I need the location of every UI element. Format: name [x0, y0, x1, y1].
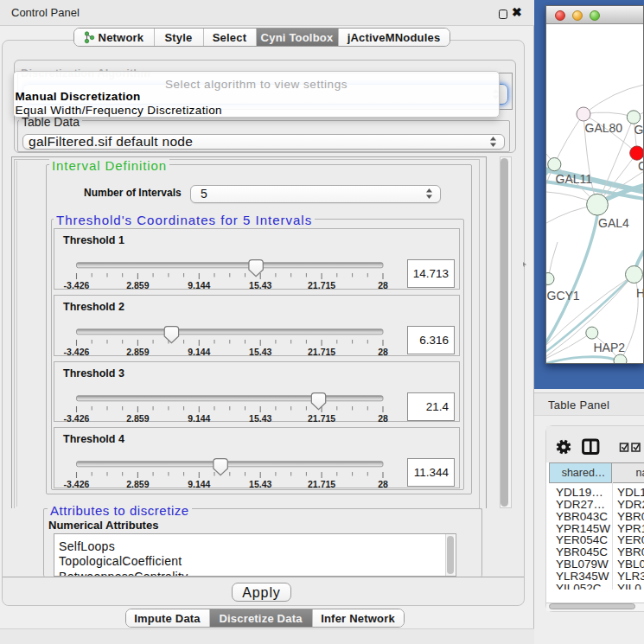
svg-text:-3.426: -3.426: [63, 347, 89, 355]
svg-text:21.715: 21.715: [308, 412, 335, 421]
svg-text:2.859: 2.859: [126, 479, 149, 488]
svg-text:C: C: [638, 159, 643, 173]
svg-text:2.859: 2.859: [126, 280, 149, 289]
svg-text:GA: GA: [634, 123, 644, 137]
svg-text:Threshold 3: Threshold 3: [63, 367, 124, 379]
svg-text:2.859: 2.859: [126, 347, 149, 355]
svg-text:28: 28: [378, 347, 388, 355]
svg-text:HAP2: HAP2: [594, 341, 626, 354]
svg-text:GCY1: GCY1: [547, 289, 580, 303]
svg-text:2.859: 2.859: [126, 412, 149, 421]
svg-text:21.715: 21.715: [308, 280, 335, 289]
svg-text:15.43: 15.43: [249, 347, 271, 355]
svg-text:9.144: 9.144: [188, 412, 210, 421]
svg-text:15.43: 15.43: [249, 412, 271, 421]
svg-text:28: 28: [378, 479, 388, 488]
svg-text:Threshold 1: Threshold 1: [63, 234, 124, 246]
svg-text:H: H: [636, 286, 643, 300]
svg-text:9.144: 9.144: [188, 479, 210, 488]
svg-text:GAL4: GAL4: [598, 216, 629, 230]
svg-text:21.715: 21.715: [308, 479, 335, 488]
svg-text:9.144: 9.144: [188, 280, 210, 289]
svg-text:-3.426: -3.426: [63, 412, 89, 421]
svg-text:15.43: 15.43: [249, 479, 271, 488]
svg-text:28: 28: [378, 412, 388, 421]
svg-text:GAL11: GAL11: [556, 172, 593, 186]
svg-text:Threshold 4: Threshold 4: [63, 433, 124, 445]
svg-text:28: 28: [378, 280, 388, 289]
svg-text:Threshold 2: Threshold 2: [63, 301, 124, 313]
svg-text:21.715: 21.715: [308, 347, 335, 355]
svg-text:-3.426: -3.426: [63, 479, 89, 488]
svg-text:GAL80: GAL80: [585, 121, 623, 135]
svg-text:15.43: 15.43: [249, 280, 271, 289]
svg-text:9.144: 9.144: [188, 347, 210, 355]
svg-text:-3.426: -3.426: [63, 280, 89, 289]
